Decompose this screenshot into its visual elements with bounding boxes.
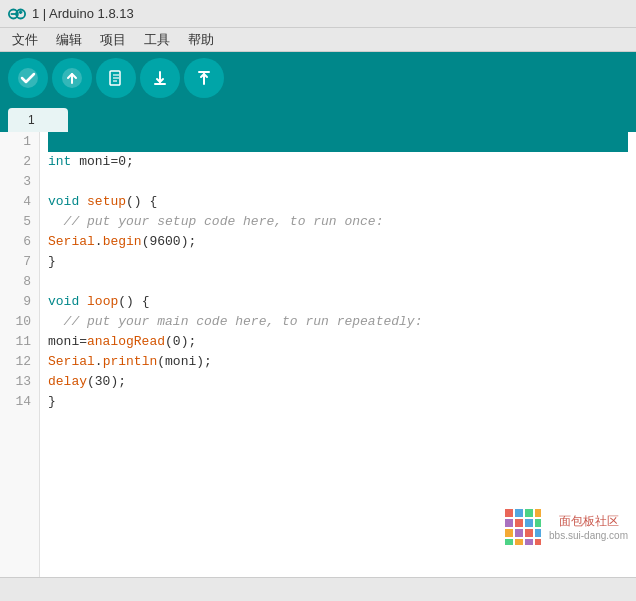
watermark: 面包板社区 bbs.sui-dang.com [503, 507, 628, 547]
line-num-6: 6 [0, 232, 39, 252]
menu-bar: 文件 编辑 项目 工具 帮助 [0, 28, 636, 52]
svg-rect-18 [505, 519, 513, 527]
line-num-8: 8 [0, 272, 39, 292]
new-icon [105, 67, 127, 89]
watermark-url: bbs.sui-dang.com [549, 530, 628, 541]
line-num-2: 2 [0, 152, 39, 172]
title-bar: 1 | Arduino 1.8.13 [0, 0, 636, 28]
code-line-7: } [48, 252, 628, 272]
menu-tools[interactable]: 工具 [136, 29, 178, 51]
open-button[interactable] [140, 58, 180, 98]
svg-rect-15 [515, 509, 523, 517]
line-num-11: 11 [0, 332, 39, 352]
svg-rect-22 [505, 529, 513, 537]
line-num-3: 3 [0, 172, 39, 192]
menu-file[interactable]: 文件 [4, 29, 46, 51]
new-button[interactable] [96, 58, 136, 98]
toolbar [0, 52, 636, 104]
svg-rect-19 [515, 519, 523, 527]
upload-icon [61, 67, 83, 89]
code-line-11: moni=analogRead(0); [48, 332, 628, 352]
code-line-2: int moni=0; [48, 152, 628, 172]
arduino-logo-icon [8, 5, 26, 23]
line-num-13: 13 [0, 372, 39, 392]
svg-rect-23 [515, 529, 523, 537]
svg-rect-17 [535, 509, 541, 517]
code-line-5: // put your setup code here, to run once… [48, 212, 628, 232]
code-line-9: void loop() { [48, 292, 628, 312]
code-line-3 [48, 172, 628, 192]
svg-rect-28 [525, 539, 533, 545]
line-num-7: 7 [0, 252, 39, 272]
save-button[interactable] [184, 58, 224, 98]
code-line-10: // put your main code here, to run repea… [48, 312, 628, 332]
title-text: 1 | Arduino 1.8.13 [32, 6, 134, 21]
menu-project[interactable]: 项目 [92, 29, 134, 51]
line-num-10: 10 [0, 312, 39, 332]
code-line-4: void setup() { [48, 192, 628, 212]
tab-bar: 1 [0, 104, 636, 132]
menu-edit[interactable]: 编辑 [48, 29, 90, 51]
line-num-9: 9 [0, 292, 39, 312]
svg-rect-20 [525, 519, 533, 527]
code-line-6: Serial.begin(9600); [48, 232, 628, 252]
svg-rect-26 [505, 539, 513, 545]
line-num-12: 12 [0, 352, 39, 372]
code-editor: 1 2 3 4 5 6 7 8 9 10 11 12 13 14 int mon… [0, 132, 636, 577]
code-line-14: } [48, 392, 628, 412]
svg-rect-14 [505, 509, 513, 517]
svg-rect-16 [525, 509, 533, 517]
svg-rect-21 [535, 519, 541, 527]
open-icon [149, 67, 171, 89]
line-num-4: 4 [0, 192, 39, 212]
verify-button[interactable] [8, 58, 48, 98]
code-line-12: Serial.println(moni); [48, 352, 628, 372]
svg-rect-29 [535, 539, 541, 545]
verify-icon [17, 67, 39, 89]
code-line-1 [48, 132, 628, 152]
save-icon [193, 67, 215, 89]
watermark-site: 面包板社区 [549, 513, 628, 530]
watermark-logo-icon [503, 507, 543, 547]
line-num-14: 14 [0, 392, 39, 412]
tab-sketch[interactable]: 1 [8, 108, 68, 132]
menu-help[interactable]: 帮助 [180, 29, 222, 51]
status-bar [0, 577, 636, 601]
svg-rect-24 [525, 529, 533, 537]
code-line-13: delay(30); [48, 372, 628, 392]
line-numbers: 1 2 3 4 5 6 7 8 9 10 11 12 13 14 [0, 132, 40, 577]
svg-rect-27 [515, 539, 523, 545]
code-line-8 [48, 272, 628, 292]
upload-button[interactable] [52, 58, 92, 98]
line-num-1: 1 [0, 132, 39, 152]
line-num-5: 5 [0, 212, 39, 232]
svg-rect-25 [535, 529, 541, 537]
